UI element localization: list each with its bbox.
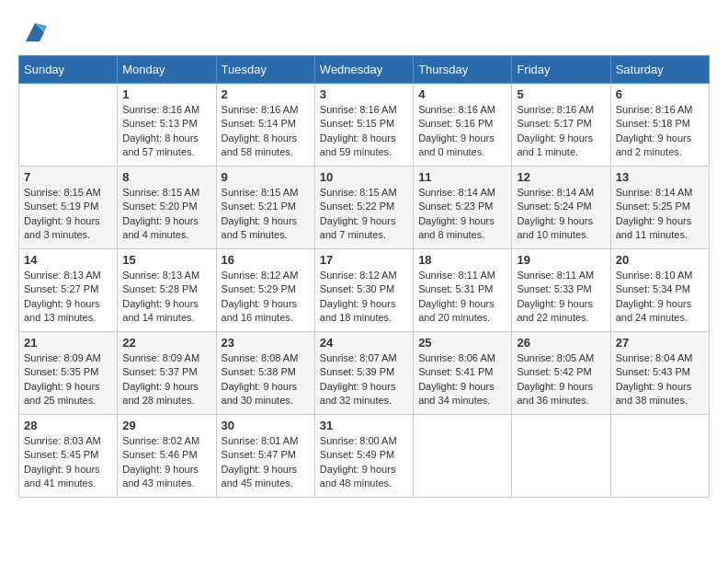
day-number: 3	[320, 87, 408, 101]
weekday-header: Sunday	[19, 56, 118, 84]
calendar-week-row: 7Sunrise: 8:15 AMSunset: 5:19 PMDaylight…	[19, 167, 710, 249]
day-info: Sunrise: 8:14 AMSunset: 5:23 PMDaylight:…	[418, 186, 506, 243]
day-number: 19	[517, 253, 605, 267]
day-info: Sunrise: 8:00 AMSunset: 5:49 PMDaylight:…	[320, 434, 408, 491]
calendar-cell: 21Sunrise: 8:09 AMSunset: 5:35 PMDayligh…	[19, 332, 118, 415]
day-info: Sunrise: 8:14 AMSunset: 5:25 PMDaylight:…	[616, 186, 704, 243]
calendar-cell: 9Sunrise: 8:15 AMSunset: 5:21 PMDaylight…	[216, 167, 314, 249]
calendar-cell: 31Sunrise: 8:00 AMSunset: 5:49 PMDayligh…	[314, 415, 413, 498]
calendar-body: 1Sunrise: 8:16 AMSunset: 5:13 PMDaylight…	[19, 84, 710, 498]
calendar-cell: 12Sunrise: 8:14 AMSunset: 5:24 PMDayligh…	[512, 167, 610, 249]
day-info: Sunrise: 8:06 AMSunset: 5:41 PMDaylight:…	[418, 351, 506, 408]
day-info: Sunrise: 8:16 AMSunset: 5:15 PMDaylight:…	[320, 103, 408, 160]
calendar-cell: 28Sunrise: 8:03 AMSunset: 5:45 PMDayligh…	[19, 415, 118, 498]
calendar-header: SundayMondayTuesdayWednesdayThursdayFrid…	[19, 56, 710, 84]
day-number: 14	[24, 253, 112, 267]
calendar-cell: 4Sunrise: 8:16 AMSunset: 5:16 PMDaylight…	[414, 84, 512, 167]
day-number: 30	[222, 419, 310, 432]
calendar-cell	[414, 415, 512, 498]
calendar-table: SundayMondayTuesdayWednesdayThursdayFrid…	[18, 55, 710, 498]
day-number: 17	[320, 253, 408, 267]
day-number: 7	[24, 170, 112, 184]
calendar-cell: 6Sunrise: 8:16 AMSunset: 5:18 PMDaylight…	[610, 84, 709, 167]
day-number: 8	[122, 170, 210, 184]
calendar-cell: 11Sunrise: 8:14 AMSunset: 5:23 PMDayligh…	[414, 167, 512, 249]
day-info: Sunrise: 8:01 AMSunset: 5:47 PMDaylight:…	[222, 434, 310, 491]
calendar-cell: 29Sunrise: 8:02 AMSunset: 5:46 PMDayligh…	[118, 415, 216, 498]
day-number: 26	[517, 336, 605, 350]
day-info: Sunrise: 8:16 AMSunset: 5:14 PMDaylight:…	[222, 103, 310, 160]
day-info: Sunrise: 8:13 AMSunset: 5:28 PMDaylight:…	[122, 269, 210, 326]
day-number: 1	[122, 87, 210, 101]
calendar-cell: 8Sunrise: 8:15 AMSunset: 5:20 PMDaylight…	[118, 167, 216, 249]
day-info: Sunrise: 8:10 AMSunset: 5:34 PMDaylight:…	[616, 269, 704, 326]
calendar-cell	[610, 415, 709, 498]
day-number: 13	[616, 170, 704, 184]
day-number: 18	[418, 253, 506, 267]
day-info: Sunrise: 8:11 AMSunset: 5:33 PMDaylight:…	[517, 269, 605, 326]
day-info: Sunrise: 8:16 AMSunset: 5:18 PMDaylight:…	[616, 103, 704, 160]
day-info: Sunrise: 8:15 AMSunset: 5:20 PMDaylight:…	[122, 186, 210, 243]
day-number: 5	[517, 87, 605, 101]
day-number: 2	[222, 87, 310, 101]
weekday-header: Thursday	[414, 56, 512, 84]
weekday-header: Friday	[512, 56, 610, 84]
day-info: Sunrise: 8:15 AMSunset: 5:21 PMDaylight:…	[222, 186, 310, 243]
calendar-cell: 5Sunrise: 8:16 AMSunset: 5:17 PMDaylight…	[512, 84, 610, 167]
day-number: 23	[222, 336, 310, 350]
logo-icon	[21, 18, 49, 46]
page-header	[18, 18, 710, 46]
day-number: 31	[320, 419, 408, 432]
day-info: Sunrise: 8:15 AMSunset: 5:19 PMDaylight:…	[24, 186, 112, 243]
calendar-cell: 23Sunrise: 8:08 AMSunset: 5:38 PMDayligh…	[216, 332, 314, 415]
calendar-cell: 30Sunrise: 8:01 AMSunset: 5:47 PMDayligh…	[216, 415, 314, 498]
day-info: Sunrise: 8:13 AMSunset: 5:27 PMDaylight:…	[24, 269, 112, 326]
day-info: Sunrise: 8:16 AMSunset: 5:13 PMDaylight:…	[122, 103, 210, 160]
calendar-cell: 20Sunrise: 8:10 AMSunset: 5:34 PMDayligh…	[610, 249, 709, 332]
day-number: 4	[418, 87, 506, 101]
day-number: 11	[418, 170, 506, 184]
calendar-cell: 10Sunrise: 8:15 AMSunset: 5:22 PMDayligh…	[314, 167, 413, 249]
day-number: 20	[616, 253, 704, 267]
day-number: 25	[418, 336, 506, 350]
calendar-cell: 27Sunrise: 8:04 AMSunset: 5:43 PMDayligh…	[610, 332, 709, 415]
calendar-week-row: 21Sunrise: 8:09 AMSunset: 5:35 PMDayligh…	[19, 332, 710, 415]
calendar-cell: 7Sunrise: 8:15 AMSunset: 5:19 PMDaylight…	[19, 167, 118, 249]
weekday-header: Monday	[118, 56, 216, 84]
calendar-week-row: 14Sunrise: 8:13 AMSunset: 5:27 PMDayligh…	[19, 249, 710, 332]
calendar-cell: 3Sunrise: 8:16 AMSunset: 5:15 PMDaylight…	[314, 84, 413, 167]
day-info: Sunrise: 8:04 AMSunset: 5:43 PMDaylight:…	[616, 351, 704, 408]
day-number: 12	[517, 170, 605, 184]
calendar-cell: 22Sunrise: 8:09 AMSunset: 5:37 PMDayligh…	[118, 332, 216, 415]
calendar-cell: 2Sunrise: 8:16 AMSunset: 5:14 PMDaylight…	[216, 84, 314, 167]
day-number: 16	[222, 253, 310, 267]
day-number: 24	[320, 336, 408, 350]
day-number: 28	[24, 419, 112, 432]
day-info: Sunrise: 8:16 AMSunset: 5:17 PMDaylight:…	[517, 103, 605, 160]
day-info: Sunrise: 8:12 AMSunset: 5:30 PMDaylight:…	[320, 269, 408, 326]
calendar-cell: 15Sunrise: 8:13 AMSunset: 5:28 PMDayligh…	[118, 249, 216, 332]
calendar-cell: 1Sunrise: 8:16 AMSunset: 5:13 PMDaylight…	[118, 84, 216, 167]
calendar-cell: 26Sunrise: 8:05 AMSunset: 5:42 PMDayligh…	[512, 332, 610, 415]
day-number: 9	[222, 170, 310, 184]
day-number: 22	[122, 336, 210, 350]
calendar-cell: 19Sunrise: 8:11 AMSunset: 5:33 PMDayligh…	[512, 249, 610, 332]
day-info: Sunrise: 8:11 AMSunset: 5:31 PMDaylight:…	[418, 269, 506, 326]
day-number: 6	[616, 87, 704, 101]
day-number: 21	[24, 336, 112, 350]
weekday-header: Tuesday	[216, 56, 314, 84]
calendar-cell	[512, 415, 610, 498]
day-info: Sunrise: 8:07 AMSunset: 5:39 PMDaylight:…	[320, 351, 408, 408]
calendar-cell: 13Sunrise: 8:14 AMSunset: 5:25 PMDayligh…	[610, 167, 709, 249]
day-info: Sunrise: 8:15 AMSunset: 5:22 PMDaylight:…	[320, 186, 408, 243]
calendar-cell: 24Sunrise: 8:07 AMSunset: 5:39 PMDayligh…	[314, 332, 413, 415]
calendar-week-row: 1Sunrise: 8:16 AMSunset: 5:13 PMDaylight…	[19, 84, 710, 167]
day-info: Sunrise: 8:02 AMSunset: 5:46 PMDaylight:…	[122, 434, 210, 491]
day-number: 10	[320, 170, 408, 184]
calendar-week-row: 28Sunrise: 8:03 AMSunset: 5:45 PMDayligh…	[19, 415, 710, 498]
day-info: Sunrise: 8:08 AMSunset: 5:38 PMDaylight:…	[222, 351, 310, 408]
day-info: Sunrise: 8:09 AMSunset: 5:37 PMDaylight:…	[122, 351, 210, 408]
calendar-cell: 18Sunrise: 8:11 AMSunset: 5:31 PMDayligh…	[414, 249, 512, 332]
calendar-cell: 17Sunrise: 8:12 AMSunset: 5:30 PMDayligh…	[314, 249, 413, 332]
day-number: 27	[616, 336, 704, 350]
